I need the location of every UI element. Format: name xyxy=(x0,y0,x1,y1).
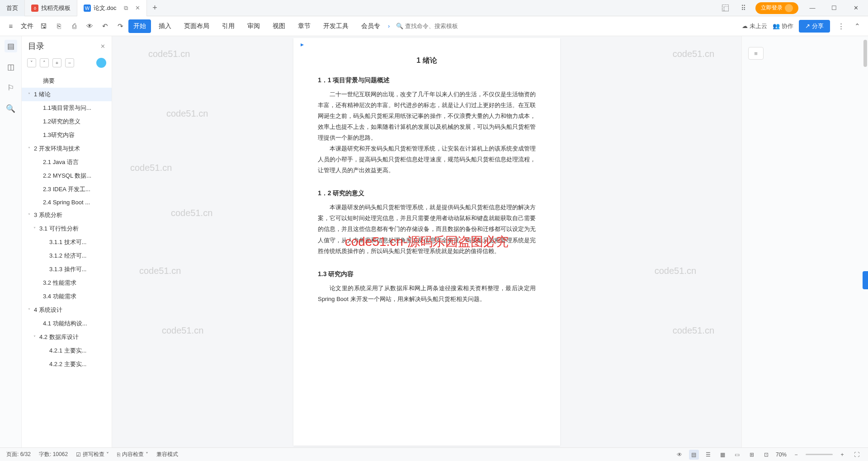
left-rail: ▤ ◫ ⚐ 🔍 xyxy=(0,36,22,447)
menu-icon[interactable]: ≡ xyxy=(5,21,16,32)
outline-item[interactable]: 3.1.3 操作可... xyxy=(22,263,112,276)
outline-item[interactable]: 2.4 Spring Boot ... xyxy=(22,196,112,208)
outline-item-label: 4 系统设计 xyxy=(34,306,62,314)
login-button[interactable]: 立即登录 xyxy=(755,2,798,14)
spell-check[interactable]: ☑拼写检查 ˅ xyxy=(76,451,109,458)
redo-icon[interactable]: ↷ xyxy=(115,21,126,32)
outline-item[interactable]: ˅2 开发环境与技术 xyxy=(22,142,112,155)
outline-item[interactable]: 3.1.1 技术可... xyxy=(22,235,112,249)
content-check[interactable]: ⎘内容检查 ˅ xyxy=(117,451,148,458)
outline-item[interactable]: 2.3 IDEA 开发工... xyxy=(22,183,112,196)
outline-item[interactable]: 2.2 MYSQL 数据... xyxy=(22,169,112,183)
fullscreen-icon[interactable]: ⛶ xyxy=(852,450,862,460)
outline-item[interactable]: 4.2.2 主要实... xyxy=(22,358,112,371)
more-menu-icon[interactable]: ⋮ xyxy=(835,21,846,32)
outline-item[interactable]: ˅4.2 数据库设计 xyxy=(22,330,112,344)
more-icon[interactable]: › xyxy=(388,23,390,29)
outline-item[interactable]: 1.3研究内容 xyxy=(22,128,112,142)
zoom-in-icon[interactable]: + xyxy=(837,450,847,460)
export-icon[interactable]: ⎘ xyxy=(53,21,64,32)
menu-chapter[interactable]: 章节 xyxy=(293,19,316,33)
word-count[interactable]: 字数: 10062 xyxy=(39,451,68,458)
doc-icon: W xyxy=(84,5,91,12)
tab-pop-icon[interactable]: ⧉ xyxy=(124,5,128,12)
scrollbar[interactable] xyxy=(863,36,867,447)
outline-item[interactable]: ˅3.1 可行性分析 xyxy=(22,222,112,235)
expand-all-icon[interactable]: ˄ xyxy=(40,58,49,67)
document-area[interactable]: code51.cn code51.cn code51.cn code51.cn … xyxy=(112,36,741,447)
search-input[interactable] xyxy=(405,23,464,29)
apps-icon[interactable]: ⠿ xyxy=(737,2,749,14)
save-icon[interactable]: 🖫 xyxy=(38,21,49,32)
zoom-out-icon[interactable]: − xyxy=(791,450,801,460)
menu-start[interactable]: 开始 xyxy=(128,19,151,33)
outline-item[interactable]: 摘要 xyxy=(22,74,112,88)
share-icon: ↗ xyxy=(805,23,810,29)
menu-devtools[interactable]: 开发工具 xyxy=(318,19,354,33)
menu-member[interactable]: 会员专 xyxy=(356,19,385,33)
outline-item[interactable]: 4.1 功能结构设... xyxy=(22,317,112,330)
eye-icon[interactable]: 👁 xyxy=(675,450,684,460)
outline-item[interactable]: 1.2研究的意义 xyxy=(22,115,112,128)
outline-item[interactable]: 2.1 Java 语言 xyxy=(22,155,112,169)
page-indicator[interactable]: 页面: 6/32 xyxy=(6,451,31,458)
web-view-icon[interactable]: ▦ xyxy=(718,450,728,460)
zoom-level[interactable]: 70% xyxy=(776,452,787,458)
panel-toggle-icon[interactable]: ≡ xyxy=(748,47,764,60)
menu-view[interactable]: 视图 xyxy=(268,19,290,33)
cloud-status[interactable]: ☁未上云 xyxy=(742,22,767,30)
outline-item[interactable]: 3.4 功能需求 xyxy=(22,290,112,303)
menu-layout[interactable]: 页面布局 xyxy=(179,19,214,33)
menu-insert[interactable]: 插入 xyxy=(154,19,176,33)
outline-item-label: 3.4 功能需求 xyxy=(43,292,76,301)
menu-reference[interactable]: 引用 xyxy=(217,19,240,33)
watermark: code51.cn xyxy=(655,266,696,276)
outline-item[interactable]: 3.1.2 经济可... xyxy=(22,249,112,263)
undo-icon[interactable]: ↶ xyxy=(99,21,110,32)
side-tab-icon[interactable] xyxy=(863,271,868,289)
page-view-icon[interactable]: ▤ xyxy=(689,450,699,460)
outline-item[interactable]: ˅1 绪论 xyxy=(22,88,112,101)
read-view-icon[interactable]: ▭ xyxy=(732,450,742,460)
layout-icon[interactable]: ⿸ xyxy=(719,2,731,14)
ribbon-search[interactable]: 🔍 xyxy=(396,23,464,29)
collapse-icon[interactable]: ⌃ xyxy=(852,21,863,32)
outline-item[interactable]: ˅4 系统设计 xyxy=(22,303,112,317)
outline-view-icon[interactable]: ☰ xyxy=(703,450,713,460)
zoom-slider[interactable] xyxy=(806,454,833,455)
minimize-button[interactable]: — xyxy=(805,1,820,15)
outline-close-icon[interactable]: ✕ xyxy=(100,43,105,50)
menu-review[interactable]: 审阅 xyxy=(242,19,265,33)
new-tab-button[interactable]: + xyxy=(147,3,163,13)
box-icon[interactable]: ◫ xyxy=(5,61,17,73)
assistant-icon[interactable] xyxy=(96,58,106,68)
outline-item[interactable]: ˅3 系统分析 xyxy=(22,208,112,222)
print-icon[interactable]: ⎙ xyxy=(69,21,80,32)
outline-icon[interactable]: ▤ xyxy=(5,40,17,52)
grid-icon[interactable]: ⊞ xyxy=(747,450,757,460)
file-menu[interactable]: 文件 xyxy=(21,22,33,30)
tab-document[interactable]: W论文.doc⧉✕ xyxy=(77,0,147,16)
outline-item[interactable]: 1.1项目背景与问... xyxy=(22,101,112,115)
search-rail-icon[interactable]: 🔍 xyxy=(5,102,17,115)
outline-item[interactable]: 4.2.1 主要实... xyxy=(22,344,112,358)
page-marker-icon[interactable]: ▸ xyxy=(301,41,304,48)
outline-item-label: 3 系统分析 xyxy=(34,211,62,219)
login-label: 立即登录 xyxy=(761,4,783,12)
compat-mode[interactable]: 兼容模式 xyxy=(156,451,178,458)
outline-item[interactable]: 3.2 性能需求 xyxy=(22,276,112,290)
bookmark-icon[interactable]: ⚐ xyxy=(5,81,17,94)
maximize-button[interactable]: ☐ xyxy=(826,1,842,15)
share-button[interactable]: ↗分享 xyxy=(799,20,830,33)
collab-button[interactable]: 👥协作 xyxy=(773,22,793,30)
tab-home[interactable]: 首页 xyxy=(0,0,25,16)
collapse-all-icon[interactable]: ˅ xyxy=(27,58,36,67)
preview-icon[interactable]: 👁 xyxy=(84,21,95,32)
watermark: code51.cn xyxy=(130,163,172,173)
tab-templates[interactable]: ߷找稻壳模板 xyxy=(25,0,77,16)
add-icon[interactable]: + xyxy=(52,58,61,67)
close-button[interactable]: ✕ xyxy=(848,1,863,15)
close-icon[interactable]: ✕ xyxy=(135,5,140,11)
remove-icon[interactable]: − xyxy=(65,58,74,67)
zoom-fit-icon[interactable]: ⊡ xyxy=(761,450,771,460)
